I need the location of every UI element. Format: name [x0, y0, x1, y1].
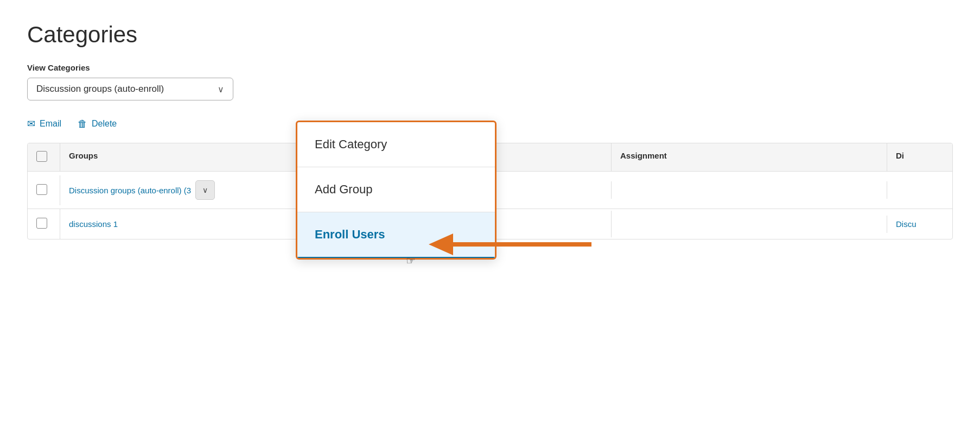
row2-checkbox[interactable] — [36, 218, 47, 229]
email-icon: ✉ — [27, 118, 35, 130]
page-title: Categories — [27, 22, 953, 48]
row1-name-cell: Discussion groups (auto-enroll) (3 ∨ — [60, 172, 336, 209]
page-container: Categories View Categories Discussion gr… — [0, 0, 980, 429]
row2-name-cell[interactable]: discussions 1 — [60, 211, 336, 237]
row1-di — [887, 181, 952, 199]
header-di: Di — [887, 143, 952, 171]
chevron-down-icon: ∨ — [218, 84, 224, 94]
trash-icon: 🗑 — [78, 118, 87, 130]
context-menu-edit-category[interactable]: Edit Category — [297, 122, 495, 167]
view-categories-label: View Categories — [27, 63, 953, 72]
view-categories-dropdown[interactable]: Discussion groups (auto-enroll) ∨ — [27, 78, 233, 100]
arrow-annotation — [423, 228, 597, 261]
email-button[interactable]: ✉ Email — [27, 118, 61, 130]
arrow-svg — [423, 228, 597, 261]
context-menu-add-group[interactable]: Add Group — [297, 167, 495, 212]
header-assignment: Assignment — [612, 143, 887, 171]
row1-expand-button[interactable]: ∨ — [195, 180, 215, 200]
row2-di-cell: Discu — [887, 211, 952, 237]
row2-assignment-cell — [612, 216, 887, 233]
row1-group-link[interactable]: Discussion groups (auto-enroll) (3 — [69, 186, 191, 195]
svg-marker-1 — [429, 234, 453, 255]
row1-assignment — [612, 181, 887, 199]
dropdown-selected-value: Discussion groups (auto-enroll) — [36, 84, 164, 94]
row1-checkbox[interactable] — [36, 184, 47, 195]
row1-actions: Discussion groups (auto-enroll) (3 ∨ — [69, 180, 327, 200]
cursor-icon: ☞ — [406, 254, 416, 267]
row1-checkbox-cell — [28, 175, 60, 205]
delete-label: Delete — [92, 119, 117, 129]
row2-checkbox-cell — [28, 209, 60, 239]
email-label: Email — [40, 119, 61, 129]
header-checkbox-col — [28, 143, 60, 171]
header-checkbox[interactable] — [36, 151, 47, 162]
delete-button[interactable]: 🗑 Delete — [78, 118, 117, 130]
header-groups: Groups — [60, 143, 336, 171]
